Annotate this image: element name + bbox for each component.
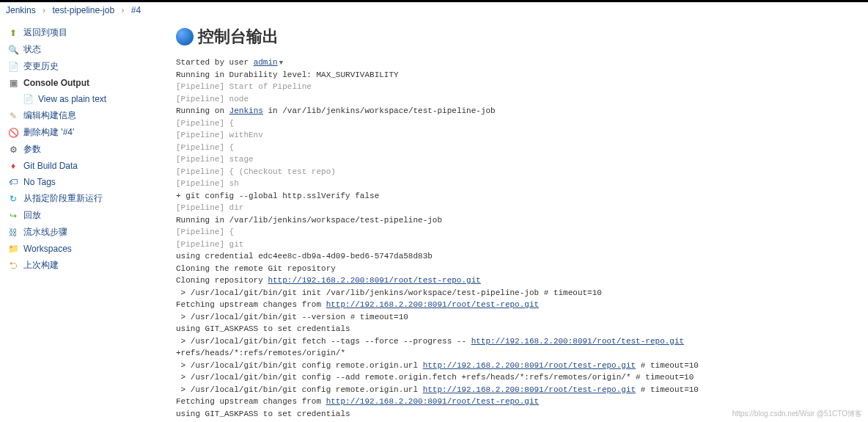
node-link[interactable]: Jenkins xyxy=(229,106,263,115)
sidebar-item-label: Git Build Data xyxy=(23,161,78,171)
restart-icon: ↻ xyxy=(7,193,19,205)
sidebar-item-label: 返回到项目 xyxy=(23,26,67,39)
sidebar-item-restart[interactable]: ↻从指定阶段重新运行 xyxy=(0,190,161,207)
delete-icon: 🚫 xyxy=(7,127,19,139)
sidebar-item-label: Workspaces xyxy=(23,244,72,254)
chevron-down-icon[interactable]: ▼ xyxy=(279,59,283,67)
sidebar-item-git[interactable]: ♦Git Build Data xyxy=(0,158,161,174)
sidebar-item-label: 参数 xyxy=(23,143,41,156)
repo-link[interactable]: http://192.168.2.200:8091/root/test-repo… xyxy=(268,276,480,285)
page-heading: 控制台输出 xyxy=(198,26,279,48)
main-content: 控制台输出 Started by user admin▼ Running in … xyxy=(161,18,868,422)
edit-icon: ✎ xyxy=(7,110,19,122)
sidebar-item-label: 回放 xyxy=(23,209,41,222)
repo-link[interactable]: http://192.168.2.200:8091/root/test-repo… xyxy=(423,385,636,394)
sidebar-item-label: Console Output xyxy=(23,78,89,88)
chevron-right-icon: › xyxy=(43,5,45,15)
sidebar-item-edit[interactable]: ✎编辑构建信息 xyxy=(0,107,161,124)
status-ball-icon xyxy=(176,28,194,46)
console-output: Started by user admin▼ Running in Durabi… xyxy=(176,57,853,422)
chevron-right-icon: › xyxy=(121,5,124,15)
git-icon: ♦ xyxy=(7,160,19,172)
repo-link[interactable]: http://192.168.2.200:8091/root/test-repo… xyxy=(471,337,684,346)
crumb-jenkins[interactable]: Jenkins xyxy=(6,5,36,15)
folder-icon: 📁 xyxy=(7,243,19,255)
breadcrumb: Jenkins › test-pipeline-job › #4 xyxy=(0,2,868,18)
search-icon: 🔍 xyxy=(7,44,19,56)
sidebar-item-replay[interactable]: ↪回放 xyxy=(0,207,161,224)
terminal-icon: ▣ xyxy=(7,77,19,89)
crumb-job[interactable]: test-pipeline-job xyxy=(52,5,114,15)
sidebar-item-label: 编辑构建信息 xyxy=(23,109,76,122)
sidebar-item-back[interactable]: ⬆返回到项目 xyxy=(0,24,161,41)
replay-icon: ↪ xyxy=(7,210,19,222)
sidebar-item-params[interactable]: ⚙参数 xyxy=(0,141,161,158)
sidebar-item-console[interactable]: ▣Console Output xyxy=(0,75,161,91)
sidebar-item-label: 流水线步骤 xyxy=(23,226,67,239)
sidebar-item-plaintext[interactable]: 📄View as plain text xyxy=(0,91,161,107)
sidebar-item-label: 从指定阶段重新运行 xyxy=(23,192,103,205)
page-title: 控制台输出 xyxy=(176,26,853,48)
sidebar-item-delete[interactable]: 🚫删除构建 '#4' xyxy=(0,124,161,141)
watermark: https://blog.csdn.net/Wsir @51CTO博客 xyxy=(732,409,862,419)
sidebar-item-tags[interactable]: 🏷No Tags xyxy=(0,174,161,190)
sidebar-item-label: 变更历史 xyxy=(23,60,59,73)
repo-link[interactable]: http://192.168.2.200:8091/root/test-repo… xyxy=(423,361,636,370)
repo-link[interactable]: http://192.168.2.200:8091/root/test-repo… xyxy=(326,397,539,406)
crumb-build[interactable]: #4 xyxy=(131,5,141,15)
document-icon: 📄 xyxy=(7,61,19,73)
document-icon: 📄 xyxy=(22,93,34,105)
previous-icon: ⮌ xyxy=(7,260,19,272)
sidebar-item-label: 删除构建 '#4' xyxy=(23,126,74,139)
gear-icon: ⚙ xyxy=(7,144,19,156)
sidebar-item-label: No Tags xyxy=(23,177,56,187)
sidebar-item-steps[interactable]: ⛓流水线步骤 xyxy=(0,224,161,241)
sidebar-item-label: View as plain text xyxy=(38,94,106,104)
sidebar-item-label: 状态 xyxy=(23,43,41,56)
tag-icon: 🏷 xyxy=(7,176,19,188)
sidebar-item-changes[interactable]: 📄变更历史 xyxy=(0,58,161,75)
sidebar-item-label: 上次构建 xyxy=(23,259,59,272)
repo-link[interactable]: http://192.168.2.200:8091/root/test-repo… xyxy=(326,300,539,309)
sidebar: ⬆返回到项目 🔍状态 📄变更历史 ▣Console Output 📄View a… xyxy=(0,18,161,422)
sidebar-item-workspaces[interactable]: 📁Workspaces xyxy=(0,241,161,257)
sidebar-item-status[interactable]: 🔍状态 xyxy=(0,41,161,58)
up-arrow-icon: ⬆ xyxy=(7,27,19,39)
pipeline-icon: ⛓ xyxy=(7,227,19,239)
sidebar-item-previous[interactable]: ⮌上次构建 xyxy=(0,257,161,274)
user-link[interactable]: admin xyxy=(254,58,278,67)
